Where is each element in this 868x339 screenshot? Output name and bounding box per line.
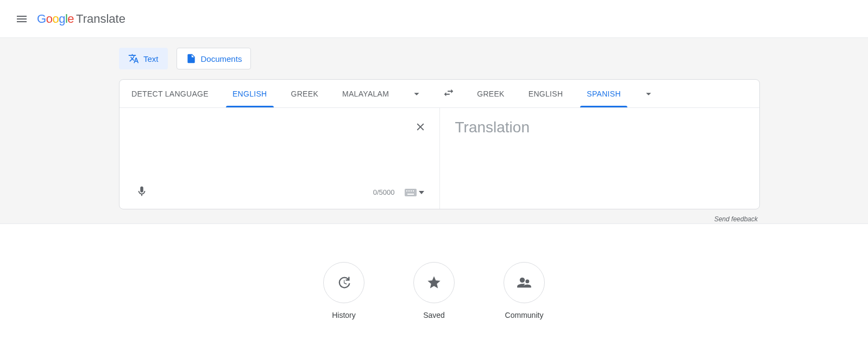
- history-label: History: [332, 311, 356, 319]
- mode-documents-label: Documents: [201, 54, 242, 63]
- source-lang-malayalam[interactable]: MALAYALAM: [330, 80, 401, 107]
- saved-action[interactable]: Saved: [413, 262, 455, 319]
- top-band: Text Documents DETECT LANGUAGE ENGLISH G…: [0, 38, 868, 224]
- mode-documents-button[interactable]: Documents: [177, 48, 251, 69]
- saved-circle: [413, 262, 455, 303]
- history-icon: [336, 275, 351, 290]
- source-lang-english[interactable]: ENGLISH: [221, 80, 279, 107]
- svg-rect-3: [411, 190, 412, 191]
- product-name: Translate: [76, 12, 125, 26]
- target-lang-tabs: GREEK ENGLISH SPANISH: [465, 80, 759, 107]
- translate-icon: [128, 53, 139, 64]
- google-wordmark: Google: [37, 12, 74, 26]
- svg-rect-2: [408, 190, 410, 191]
- target-lang-english[interactable]: ENGLISH: [517, 80, 575, 107]
- target-lang-spanish[interactable]: SPANISH: [575, 80, 633, 107]
- swap-wrap: [432, 80, 465, 107]
- source-lang-tabs: DETECT LANGUAGE ENGLISH GREEK MALAYALAM: [119, 80, 432, 107]
- community-action[interactable]: Community: [504, 262, 545, 319]
- chevron-down-icon: [411, 88, 423, 100]
- target-lang-more-button[interactable]: [633, 80, 664, 107]
- output-pane: Translation: [440, 108, 760, 209]
- mode-text-button[interactable]: Text: [119, 48, 168, 69]
- main-menu-button[interactable]: [9, 6, 35, 32]
- microphone-icon: [136, 186, 148, 197]
- saved-label: Saved: [423, 311, 445, 319]
- source-lang-greek[interactable]: GREEK: [279, 80, 331, 107]
- close-icon: [414, 121, 426, 133]
- swap-icon: [443, 87, 455, 99]
- community-icon: [517, 275, 532, 290]
- output-placeholder: Translation: [455, 119, 745, 136]
- input-right-tools: 0/5000: [373, 187, 426, 199]
- source-text-input[interactable]: [135, 119, 424, 173]
- dropdown-caret-icon: [419, 191, 424, 194]
- app-logo[interactable]: Google Translate: [37, 12, 125, 26]
- io-row: 0/5000 Translation: [119, 108, 759, 209]
- hamburger-icon: [15, 12, 28, 25]
- mode-text-label: Text: [143, 54, 159, 63]
- input-toolbar: 0/5000: [133, 182, 426, 202]
- input-pane: 0/5000: [119, 108, 440, 209]
- star-icon: [426, 275, 442, 290]
- feedback-row: Send feedback: [119, 209, 760, 223]
- send-feedback-link[interactable]: Send feedback: [714, 215, 758, 223]
- chevron-down-icon: [643, 88, 655, 100]
- source-lang-more-button[interactable]: [401, 80, 432, 107]
- bottom-actions: History Saved Community: [0, 262, 868, 336]
- clear-input-button[interactable]: [411, 118, 430, 138]
- input-method-button[interactable]: [402, 187, 426, 199]
- app-header: Google Translate: [0, 0, 868, 38]
- community-circle: [504, 262, 545, 303]
- document-icon: [186, 53, 197, 64]
- target-lang-greek[interactable]: GREEK: [465, 80, 517, 107]
- voice-input-button[interactable]: [133, 182, 151, 202]
- translate-card: DETECT LANGUAGE ENGLISH GREEK MALAYALAM …: [119, 79, 760, 209]
- history-circle: [323, 262, 364, 303]
- mode-selector: Text Documents: [119, 38, 760, 79]
- svg-rect-5: [407, 194, 414, 195]
- source-lang-detect[interactable]: DETECT LANGUAGE: [119, 80, 221, 107]
- keyboard-icon: [405, 189, 417, 196]
- community-label: Community: [505, 311, 544, 319]
- svg-rect-0: [405, 189, 417, 196]
- history-action[interactable]: History: [323, 262, 364, 319]
- svg-rect-1: [406, 190, 407, 191]
- language-row: DETECT LANGUAGE ENGLISH GREEK MALAYALAM …: [119, 80, 759, 108]
- swap-languages-button[interactable]: [438, 82, 459, 105]
- svg-rect-4: [413, 190, 414, 191]
- char-count: 0/5000: [373, 188, 395, 196]
